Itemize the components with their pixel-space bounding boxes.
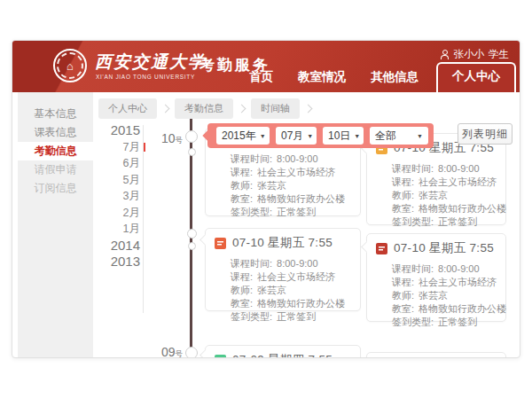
timeline-node xyxy=(187,229,197,239)
day-number: 09 xyxy=(161,345,176,358)
field-label: 课程: xyxy=(231,167,253,177)
field-value: 8:00-9:00 xyxy=(438,163,479,174)
day-select[interactable]: 10日 ▼ xyxy=(323,127,364,145)
day-select-value: 10日 xyxy=(328,129,350,144)
current-month-marker xyxy=(144,143,145,152)
user-info[interactable]: 张小小 学生 xyxy=(440,48,510,61)
signin-badge-icon xyxy=(215,355,226,359)
nav-classroom-status[interactable]: 教室情况 xyxy=(286,64,358,92)
field-label: 签到类型: xyxy=(392,216,434,227)
timeline-month-3[interactable]: 3月 xyxy=(93,188,140,205)
field-value: 正常签到 xyxy=(277,311,316,322)
university-name-cn: 西安交通大学 xyxy=(95,51,207,74)
year-select-value: 2015年 xyxy=(222,129,256,144)
card-field-row: 课程时间:8:00-9:00 xyxy=(231,257,351,270)
timeline-month-5[interactable]: 5月 xyxy=(93,172,140,189)
year-select[interactable]: 2015年 ▼ xyxy=(216,127,270,145)
sidebar-item-subscription[interactable]: 订阅信息 xyxy=(18,179,93,198)
breadcrumb-timeline[interactable]: 时间轴 xyxy=(251,98,300,119)
card-field-row: 教室:格物致知行政办公楼 xyxy=(231,297,351,310)
field-label: 课程: xyxy=(231,271,253,282)
nav-other-info[interactable]: 其他信息 xyxy=(358,64,431,92)
date-filter-bar: 2015年 ▼ 07月 ▼ 10日 ▼ 全部 ▼ xyxy=(207,123,434,148)
timeline-node xyxy=(185,347,198,358)
field-label: 签到类型: xyxy=(231,311,272,322)
screenshot-stage: ⌂ 西安交通大学 XI'AN JIAO TONG UNIVERSITY 考勤服务… xyxy=(0,0,532,399)
attendance-card[interactable]: 07-09 星期四 7:55 xyxy=(205,345,361,358)
card-fields: 课程时间:8:00-9:00课程:社会主义市场经济教师:张芸京教室:格物致知行政… xyxy=(367,159,505,236)
month-select-value: 07月 xyxy=(281,129,303,144)
field-value: 格物致知行政办公楼 xyxy=(419,203,506,214)
attendance-card[interactable] xyxy=(366,352,506,358)
field-value: 张芸京 xyxy=(419,290,448,301)
timeline-node xyxy=(188,242,196,250)
sidebar-item-attendance[interactable]: 考勤信息 xyxy=(18,142,93,160)
chevron-right-icon xyxy=(238,105,246,113)
breadcrumb: 个人中心考勤信息时间轴 xyxy=(98,98,311,119)
signin-badge-icon xyxy=(376,243,387,254)
card-field-row: 教室:格物致知行政办公楼 xyxy=(231,192,351,206)
breadcrumb-personal-center[interactable]: 个人中心 xyxy=(98,98,157,119)
timeline-month-6[interactable]: 6月 xyxy=(93,155,140,172)
timeline-node xyxy=(185,130,198,143)
field-label: 教室: xyxy=(392,203,414,214)
university-name-en: XI'AN JIAO TONG UNIVERSITY xyxy=(96,74,195,80)
breadcrumb-attendance-info[interactable]: 考勤信息 xyxy=(175,98,233,119)
day-number: 10 xyxy=(161,131,176,145)
timeline-year-2013[interactable]: 2013 xyxy=(93,254,140,270)
card-field-row: 教师:张芸京 xyxy=(231,284,351,297)
card-header: 07-10 星期五 7:55 xyxy=(367,234,505,259)
card-field-row: 课程时间:8:00-9:00 xyxy=(392,162,497,176)
field-label: 教师: xyxy=(392,190,414,200)
card-title: 07-10 星期五 7:55 xyxy=(232,235,332,251)
field-label: 教室: xyxy=(231,193,253,204)
field-value: 8:00-9:00 xyxy=(277,258,317,269)
timeline-year-2015[interactable]: 2015 xyxy=(93,122,140,139)
card-header: 07-09 星期四 7:55 xyxy=(206,346,360,358)
field-value: 正常签到 xyxy=(438,317,477,327)
card-field-row: 课程:社会主义市场经济 xyxy=(392,176,497,189)
timeline-month-2[interactable]: 2月 xyxy=(93,205,140,222)
card-title: 07-10 星期五 7:55 xyxy=(394,240,494,256)
nav-home[interactable]: 首页 xyxy=(237,64,286,92)
chevron-right-icon xyxy=(161,105,170,113)
nav-personal-center[interactable]: 个人中心 xyxy=(436,62,516,92)
timeline-month-1[interactable]: 1月 xyxy=(93,221,140,238)
timeline-month-7[interactable]: 7月 xyxy=(93,139,140,156)
field-value: 社会主义市场经济 xyxy=(257,167,335,177)
card-field-row: 签到类型:正常签到 xyxy=(392,215,497,229)
app-window: ⌂ 西安交通大学 XI'AN JIAO TONG UNIVERSITY 考勤服务… xyxy=(12,40,520,358)
field-value: 张芸京 xyxy=(419,190,448,200)
type-select[interactable]: 全部 ▼ xyxy=(370,127,428,145)
card-title: 07-09 星期四 7:55 xyxy=(232,352,332,358)
type-select-value: 全部 xyxy=(375,129,396,144)
card-field-row: 教室:格物致知行政办公楼 xyxy=(392,302,497,316)
caret-down-icon: ▼ xyxy=(260,133,266,139)
card-field-row: 教师:张芸京 xyxy=(231,179,351,192)
field-label: 教室: xyxy=(392,303,414,314)
field-label: 签到类型: xyxy=(231,207,272,217)
field-value: 格物致知行政办公楼 xyxy=(419,303,506,314)
sidebar-item-timetable[interactable]: 课表信息 xyxy=(18,123,93,142)
field-value: 格物致知行政办公楼 xyxy=(257,193,345,204)
card-fields: 课程时间:8:00-9:00课程:社会主义市场经济教师:张芸京教室:格物致知行政… xyxy=(206,254,360,331)
field-label: 课程: xyxy=(392,277,414,287)
timeline-year-2014[interactable]: 2014 xyxy=(93,238,140,254)
field-label: 签到类型: xyxy=(392,317,434,327)
card-field-row: 课程:社会主义市场经济 xyxy=(392,276,497,289)
timeline-year-nav: 20157月6月5月3月2月1月20142013 xyxy=(93,122,140,270)
list-detail-button[interactable]: 列表明细 xyxy=(458,123,512,145)
day-label-09: 09号 xyxy=(147,344,183,358)
signin-badge-icon xyxy=(215,238,226,249)
month-select[interactable]: 07月 ▼ xyxy=(276,127,317,145)
sidebar-item-leave-request[interactable]: 请假申请 xyxy=(18,160,93,179)
sidebar-item-basic-info[interactable]: 基本信息 xyxy=(18,105,93,123)
card-field-row: 教师:张芸京 xyxy=(392,189,497,202)
attendance-card[interactable]: 07-10 星期五 7:55课程时间:8:00-9:00课程:社会主义市场经济教… xyxy=(366,233,506,322)
person-icon xyxy=(440,50,450,59)
card-field-row: 签到类型:正常签到 xyxy=(392,316,497,329)
caret-down-icon: ▼ xyxy=(307,133,313,139)
attendance-card[interactable]: 07-10 星期五 7:55课程时间:8:00-9:00课程:社会主义市场经济教… xyxy=(205,228,361,311)
field-label: 教室: xyxy=(231,298,253,309)
card-fields: 课程时间:8:00-9:00课程:社会主义市场经济教师:张芸京教室:格物致知行政… xyxy=(367,259,505,336)
